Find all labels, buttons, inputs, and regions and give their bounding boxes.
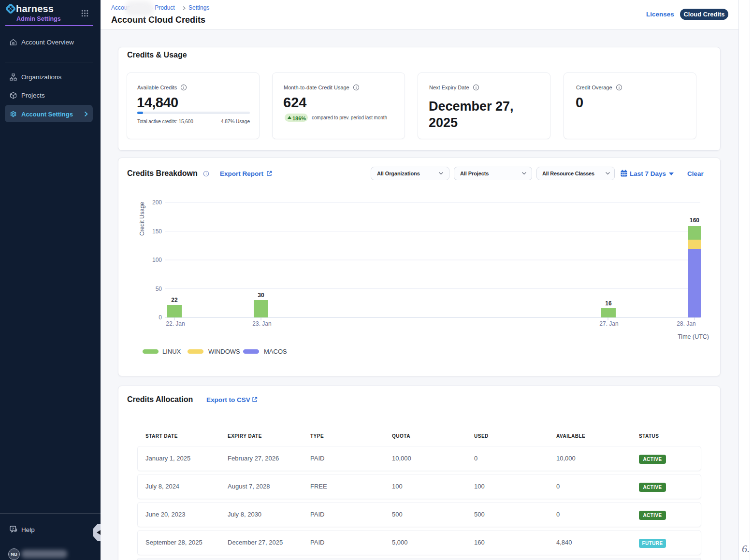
- svg-text:16: 16: [605, 300, 612, 307]
- svg-text:Credit Usage: Credit Usage: [139, 202, 145, 236]
- svg-text:?: ?: [12, 527, 14, 531]
- svg-text:28. Jan: 28. Jan: [677, 320, 695, 327]
- svg-text:22: 22: [171, 297, 178, 303]
- svg-text:30: 30: [258, 292, 264, 299]
- svg-text:WINDOWS: WINDOWS: [208, 348, 240, 355]
- svg-text:Time (UTC): Time (UTC): [678, 333, 709, 340]
- svg-text:23. Jan: 23. Jan: [252, 320, 271, 327]
- svg-text:200: 200: [152, 199, 162, 206]
- svg-text:MACOS: MACOS: [264, 348, 287, 355]
- svg-text:27. Jan: 27. Jan: [599, 320, 618, 327]
- svg-text:LINUX: LINUX: [162, 348, 181, 355]
- svg-text:50: 50: [156, 286, 162, 292]
- svg-text:100: 100: [152, 257, 162, 263]
- svg-text:150: 150: [152, 228, 162, 235]
- svg-text:0: 0: [159, 314, 162, 321]
- svg-text:22. Jan: 22. Jan: [166, 320, 185, 327]
- svg-text:160: 160: [690, 217, 699, 224]
